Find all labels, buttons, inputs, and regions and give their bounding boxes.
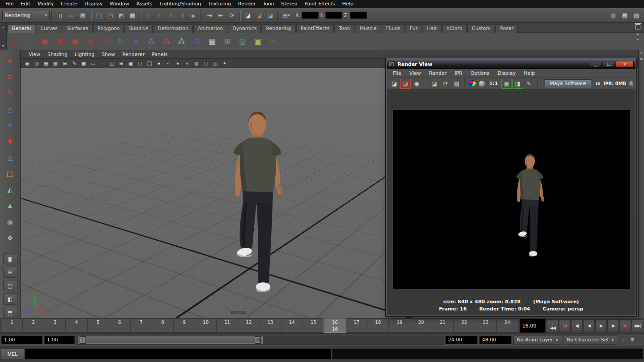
play-forward-button[interactable]: ▶ <box>595 319 607 332</box>
shelf-tab[interactable]: Curves <box>36 24 62 33</box>
rv-open-render-settings-icon[interactable]: ✎ <box>524 79 534 89</box>
selection-mask-icon[interactable]: ▦ <box>127 10 138 21</box>
shelf-tab[interactable]: nCloth <box>442 24 467 33</box>
film-gate-icon[interactable]: ▭ <box>89 60 98 67</box>
paint-select-tool-icon[interactable]: ✎ <box>3 86 18 99</box>
node-network-2-icon[interactable]: ⁂ <box>159 34 174 49</box>
rv-remove-image-icon[interactable]: ◨ <box>512 79 523 89</box>
rv-redo-previous-render-icon[interactable]: ◪ <box>389 79 400 89</box>
rv-refresh-icon[interactable]: ⟳ <box>440 79 451 89</box>
range-slider[interactable]: 1 24 <box>77 336 444 345</box>
render-current-frame-icon[interactable]: ◪ <box>243 10 253 21</box>
timeline-frame-cell[interactable]: 21 <box>432 319 453 332</box>
resolution-gate-icon[interactable]: ▫ <box>98 60 107 67</box>
current-time-field[interactable] <box>520 319 546 333</box>
node-network-4-icon[interactable]: ⁂ <box>190 34 204 49</box>
shelf-tab[interactable]: Poser <box>495 24 518 33</box>
toolbar-separator[interactable] <box>140 10 141 21</box>
curve-swirl-icon[interactable]: ↺ <box>98 34 113 49</box>
menu-item[interactable]: Toon <box>259 0 277 8</box>
input-connections-icon[interactable]: ⇥ <box>204 10 215 21</box>
timeline-frame-cell[interactable]: 5 <box>87 319 109 332</box>
panel-menu-item[interactable]: View <box>25 50 44 59</box>
select-component-icon[interactable]: ◩ <box>116 10 127 21</box>
pause-ipr-icon[interactable]: ▮▮ <box>596 82 601 86</box>
help-line-icon[interactable]: ? <box>22 34 37 49</box>
toolbar-separator[interactable] <box>239 10 241 21</box>
panel-menu-item[interactable]: Renderer <box>119 50 148 59</box>
zoom-one-to-one-button[interactable]: 1:1 <box>487 81 500 86</box>
timeline-frame-cell[interactable]: 20 <box>410 319 431 332</box>
menu-item[interactable]: Modify <box>34 0 57 8</box>
go-to-end-button[interactable]: ▶▶| <box>631 319 643 332</box>
anim-layer-dropdown[interactable]: No Anim Layer ▾ <box>513 336 561 345</box>
animation-start-field[interactable] <box>1 336 43 344</box>
scissors-icon[interactable]: ✂ <box>266 34 280 49</box>
z-coordinate-input[interactable] <box>350 12 367 19</box>
timeline-frame-cell[interactable]: 6 <box>109 319 130 332</box>
menu-item[interactable]: Window <box>106 0 132 8</box>
shelf-menu-down-icon[interactable]: ▾ <box>2 44 4 48</box>
playback-end-field[interactable] <box>445 336 478 344</box>
render-settings-icon[interactable]: ◪ <box>265 10 276 21</box>
alpha-channel-icon[interactable] <box>478 79 486 89</box>
menu-item[interactable]: Assets <box>133 0 156 8</box>
step-back-frame-button[interactable]: ◀| <box>571 319 583 332</box>
shelf-tab[interactable]: Fur <box>405 24 422 33</box>
make-live-icon[interactable]: ◈ <box>188 10 199 21</box>
animation-preferences-icon[interactable]: ⊞ <box>628 336 636 344</box>
open-scene-icon[interactable]: ▱ <box>66 10 77 21</box>
rv-keep-image-icon[interactable]: ▣ <box>501 79 512 89</box>
grid-toggle-icon[interactable]: ▦ <box>79 60 88 67</box>
render-view-menu-item[interactable]: Options <box>466 69 493 78</box>
render-view-titlebar[interactable]: ◪ Render View ▁ □ × <box>387 59 635 69</box>
shelf-scroll-down-icon[interactable]: ▾ <box>637 38 639 42</box>
panel-menu-item[interactable]: Panels <box>148 50 171 59</box>
curve-green-icon[interactable]: ↻ <box>114 34 128 49</box>
timeline-frame-cell[interactable]: 10 <box>195 319 216 332</box>
use-all-lights-icon[interactable]: ● <box>173 60 182 67</box>
shelf-tab[interactable]: Muscle <box>355 24 381 33</box>
panel-menu-item[interactable]: Show <box>98 50 119 59</box>
isolate-select-icon[interactable]: ◍ <box>192 60 201 67</box>
minimize-button[interactable]: ▁ <box>590 61 601 68</box>
field-chart-icon[interactable]: ⊞ <box>117 60 126 67</box>
shelf-trash-icon[interactable] <box>635 24 640 30</box>
shaded-mode-icon[interactable]: ● <box>154 60 163 67</box>
step-forward-frame-button[interactable]: |▶ <box>607 319 619 332</box>
time-slider[interactable]: 1 2 3 4 5 6 7 <box>1 319 518 333</box>
panel-collapse-icon[interactable]: × <box>640 51 643 55</box>
joint-icon[interactable]: ⊞ <box>220 34 235 49</box>
shelf-scroll-up-icon[interactable]: ▴ <box>637 32 639 36</box>
scale-tool-icon[interactable]: ◳ <box>3 167 18 180</box>
timeline-frame-cell[interactable]: 8 <box>152 319 173 332</box>
camera-aim-icon[interactable]: ◉ <box>83 34 98 49</box>
menu-item[interactable]: Create <box>57 0 81 8</box>
timeline-frame-cell[interactable]: 22 <box>453 319 475 332</box>
timeline-frame-cell[interactable]: 4 <box>65 319 87 332</box>
timeline-frame-cell[interactable]: 3 <box>44 319 65 332</box>
gate-mask-icon[interactable]: ◫ <box>107 60 116 67</box>
timeline-frame-cell[interactable]: 24 <box>496 319 518 332</box>
timeline-frame-cell[interactable]: 11 <box>216 319 238 332</box>
multi-pane-icon[interactable]: ◫ <box>211 60 220 67</box>
menu-item[interactable]: File <box>2 0 17 8</box>
toolbar-separator[interactable] <box>277 10 279 21</box>
snap-to-grid-icon[interactable]: ∩ <box>143 10 154 21</box>
mel-command-input[interactable] <box>25 349 331 359</box>
auto-keyframe-toggle-icon[interactable]: ● <box>619 336 627 344</box>
scene-options-icon[interactable]: ◉ <box>7 34 21 49</box>
render-view-menu-item[interactable]: IPR <box>451 69 467 78</box>
render-view-menu-item[interactable]: File <box>389 69 405 78</box>
character-model[interactable] <box>213 108 303 295</box>
pan-zoom-icon[interactable]: ⊞ <box>60 60 69 67</box>
bookmark-icon[interactable]: ▤ <box>42 60 51 67</box>
maximize-button[interactable]: □ <box>603 61 614 68</box>
command-language-toggle-button[interactable]: MEL <box>1 349 24 359</box>
timeline-frame-cell[interactable]: 9 <box>173 319 195 332</box>
attribute-editor-toggle-icon[interactable]: ▥ <box>608 10 618 21</box>
menu-item[interactable]: Texturing <box>205 0 235 8</box>
timeline-frame-cell[interactable]: 2 <box>22 319 44 332</box>
safe-action-icon[interactable]: ▣ <box>126 60 135 67</box>
play-backward-button[interactable]: ◀ <box>583 319 595 332</box>
